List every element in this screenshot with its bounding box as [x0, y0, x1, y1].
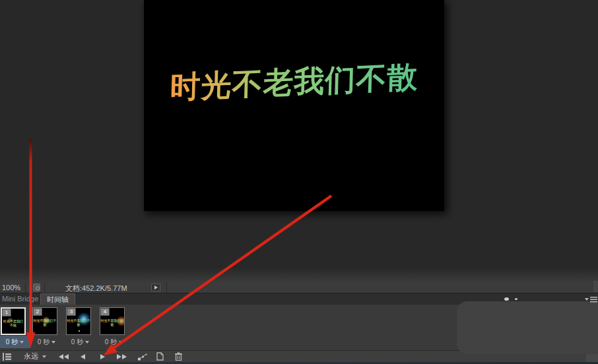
delete-frame-button[interactable] [170, 351, 186, 362]
frame-number-badge: 3 [67, 308, 76, 316]
frame-number-badge: 2 [33, 308, 42, 316]
divider [166, 282, 167, 293]
dot-decoration [504, 297, 509, 301]
convert-to-video-timeline-button[interactable] [1, 351, 13, 362]
frame-number-badge: 1 [2, 309, 11, 317]
document-canvas[interactable]: 时光不老我们不散 [144, 0, 444, 211]
frame-delay-label: 0 秒 [6, 338, 18, 347]
divider [44, 282, 45, 293]
timeline-empty-area [457, 301, 598, 354]
chevron-down-icon [20, 341, 24, 344]
frame-delay-selector-1[interactable]: 0 秒 [0, 336, 30, 348]
animation-frame-4[interactable]: 时光不老我们不散 4 [100, 307, 125, 335]
convert-to-video-timeline-icon [3, 353, 12, 361]
status-bar: 100% 文档:452.2K/5.77M [0, 282, 598, 293]
first-frame-button[interactable] [55, 351, 71, 362]
play-arrow-icon [154, 286, 158, 289]
timeline-panel: 时光不老我们不散 1 时光不老我们不散 2 时光不老我们不散 3 时光不老我们不… [0, 305, 598, 364]
new-frame-icon [156, 352, 164, 361]
frame-delay-selector-4[interactable]: 0 秒 [98, 336, 129, 348]
trash-icon [174, 352, 183, 361]
frame-delay-label: 0 秒 [105, 338, 117, 347]
status-options-button[interactable] [151, 284, 160, 291]
frame-thumbnail-art: 时光不老我们不散 [2, 319, 24, 327]
panel-menu-icon[interactable] [585, 295, 598, 303]
tween-icon [137, 353, 148, 361]
frame-delay-selector-3[interactable]: 0 秒 [65, 336, 96, 348]
artwork-text: 时光不老我们不散 [143, 55, 444, 109]
tween-button[interactable] [135, 351, 150, 362]
dot-decoration [515, 298, 517, 300]
tab-mini-bridge[interactable]: Mini Bridge [0, 293, 40, 305]
chevron-down-icon [85, 341, 89, 344]
frame-delay-label: 0 秒 [71, 338, 83, 347]
frame-delay-selector-2[interactable]: 0 秒 [31, 336, 62, 348]
photoshop-workspace: 时光不老我们不散 100% 文档:452.2K/5.77M Mini Bridg… [0, 0, 598, 364]
animation-frame-2[interactable]: 时光不老我们不散 2 [32, 307, 57, 335]
zoom-level-field[interactable]: 100% [2, 284, 20, 291]
animation-frame-3[interactable]: 时光不老我们不散 3 [66, 307, 91, 335]
chevron-down-icon [119, 341, 123, 344]
window-edge-shade [0, 266, 598, 282]
chevron-down-icon [51, 341, 55, 344]
document-info-label: 文档:452.2K/5.77M [65, 284, 127, 293]
chevron-down-icon [42, 355, 46, 358]
frame-delay-label: 0 秒 [38, 338, 50, 347]
loop-count-label: 永远 [24, 351, 38, 361]
frame-thumbnail-art: 时光不老我们不散 [33, 318, 57, 326]
adobe-drive-icon[interactable] [33, 284, 40, 291]
animation-frame-1[interactable]: 时光不老我们不散 1 [1, 307, 26, 335]
spark-decoration [79, 330, 80, 332]
loop-count-selector[interactable]: 永远 [16, 351, 54, 362]
previous-frame-button[interactable] [75, 351, 90, 362]
tab-timeline[interactable]: 时间轴 [40, 293, 75, 305]
new-frame-button[interactable] [152, 351, 167, 362]
scrollbar-thumb[interactable] [593, 281, 598, 292]
play-button[interactable] [94, 351, 110, 362]
frame-thumbnail-art: 时光不老我们不散 [67, 318, 90, 326]
next-frame-button[interactable] [114, 351, 129, 362]
frame-thumbnail-art: 时光不老我们不散 [100, 318, 124, 326]
divider [25, 282, 26, 293]
panel-resize-grip[interactable] [586, 354, 598, 362]
frame-number-badge: 4 [100, 308, 110, 316]
